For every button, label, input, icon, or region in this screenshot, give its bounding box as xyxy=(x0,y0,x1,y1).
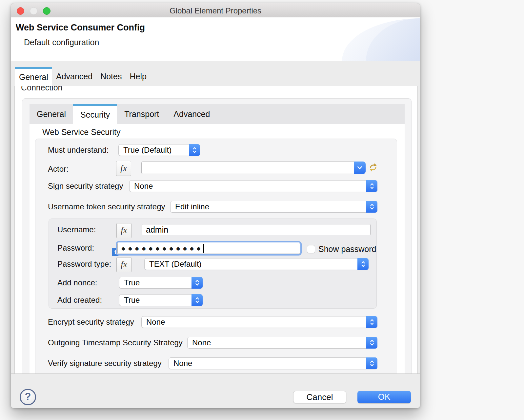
add-created-select[interactable]: True xyxy=(119,294,203,306)
fx-icon: fx xyxy=(120,163,127,173)
username-token-strategy-value: Edit inline xyxy=(171,201,366,212)
dialog-subtitle: Default configuration xyxy=(24,38,99,47)
chevron-up-down-icon xyxy=(366,316,377,328)
header-decoration-arc-inner xyxy=(366,18,420,61)
actor-label: Actor: xyxy=(48,163,69,175)
username-token-strategy-label: Username token security strategy xyxy=(48,201,165,213)
username-input[interactable]: admin xyxy=(142,224,371,235)
fx-icon: fx xyxy=(121,225,127,235)
username-token-strategy-select[interactable]: Edit inline xyxy=(170,201,377,213)
chevron-up-down-icon xyxy=(366,357,377,369)
refresh-icon[interactable] xyxy=(368,162,378,172)
tab-advanced[interactable]: Advanced xyxy=(52,67,96,86)
tab-connection-general[interactable]: General xyxy=(30,104,73,124)
tab-help[interactable]: Help xyxy=(126,67,150,86)
outgoing-timestamp-strategy-select[interactable]: None xyxy=(187,337,377,349)
must-understand-select[interactable]: True (Default) xyxy=(118,144,200,156)
window-titlebar: Global Element Properties xyxy=(11,3,420,17)
add-created-label: Add created: xyxy=(57,294,102,306)
encrypt-strategy-value: None xyxy=(142,316,366,328)
connection-tab-bar: General Security Transport Advanced xyxy=(30,104,405,124)
dialog-body: General Advanced Notes Help Connection G… xyxy=(11,61,420,373)
chevron-up-down-icon xyxy=(189,144,200,156)
show-password-checkbox[interactable] xyxy=(307,245,315,253)
encrypt-strategy-label: Encrypt security strategy xyxy=(48,316,134,328)
password-type-select[interactable]: TEXT (Default) xyxy=(144,258,369,270)
chevron-up-down-icon xyxy=(366,180,377,192)
username-fx-button[interactable]: fx xyxy=(116,223,131,238)
chevron-up-down-icon xyxy=(191,294,203,306)
window-title: Global Element Properties xyxy=(11,3,420,17)
help-button[interactable]: ? xyxy=(20,389,36,405)
scrollable-content-area[interactable]: Connection General Security Transport Ad… xyxy=(14,86,418,373)
must-understand-label: Must understand: xyxy=(48,144,109,156)
tab-connection-security[interactable]: Security xyxy=(73,104,117,124)
text-cursor xyxy=(203,244,204,253)
security-tab-content: Web Service Security Must understand: Tr… xyxy=(30,124,405,373)
username-token-panel: Username: fx admin Password: i ●●●●●●●●●… xyxy=(49,219,377,309)
dialog-window: Global Element Properties Web Service Co… xyxy=(11,3,420,408)
password-input[interactable]: ●●●●●●●●●●●● xyxy=(117,243,300,254)
dialog-footer: ? Cancel OK xyxy=(11,373,420,408)
password-field-focus-ring: ●●●●●●●●●●●● xyxy=(116,241,302,256)
web-service-security-title: Web Service Security xyxy=(42,127,121,137)
help-icon: ? xyxy=(25,391,31,402)
username-label: Username: xyxy=(57,224,96,236)
chevron-down-icon xyxy=(354,162,366,174)
chevron-up-down-icon xyxy=(366,337,377,349)
encrypt-strategy-select[interactable]: None xyxy=(141,316,377,328)
outer-tab-bar: General Advanced Notes Help xyxy=(15,67,151,86)
chevron-up-down-icon xyxy=(366,201,377,213)
fx-icon: fx xyxy=(121,259,127,269)
outgoing-timestamp-strategy-label: Outgoing Timestamp Security Strategy xyxy=(48,337,183,349)
sign-strategy-label: Sign security strategy xyxy=(48,180,123,192)
tab-notes[interactable]: Notes xyxy=(96,67,126,86)
outgoing-timestamp-strategy-value: None xyxy=(188,337,366,348)
password-type-label: Password type: xyxy=(57,258,111,270)
password-masked-value: ●●●●●●●●●●●● xyxy=(121,245,203,252)
tab-connection-transport[interactable]: Transport xyxy=(117,104,166,124)
add-nonce-value: True xyxy=(119,277,191,288)
add-nonce-label: Add nonce: xyxy=(57,277,97,289)
add-created-value: True xyxy=(119,295,191,306)
tab-general[interactable]: General xyxy=(15,67,52,86)
ok-button[interactable]: OK xyxy=(357,391,411,403)
actor-fx-button[interactable]: fx xyxy=(116,161,131,176)
actor-combobox[interactable] xyxy=(141,162,366,174)
sign-strategy-select[interactable]: None xyxy=(129,180,377,192)
show-password-label: Show password xyxy=(318,243,376,255)
password-label: Password: xyxy=(57,242,94,254)
tab-connection-advanced[interactable]: Advanced xyxy=(166,104,217,124)
verify-signature-strategy-label: Verify signature security strategy xyxy=(48,357,162,369)
must-understand-value: True (Default) xyxy=(119,144,189,156)
cancel-button[interactable]: Cancel xyxy=(293,391,346,403)
web-service-security-group: Must understand: True (Default) Actor: f… xyxy=(35,139,397,373)
chevron-up-down-icon xyxy=(357,258,369,270)
password-type-fx-button[interactable]: fx xyxy=(116,257,131,272)
dialog-header: Web Service Consumer Config Default conf… xyxy=(11,17,420,61)
password-type-value: TEXT (Default) xyxy=(145,258,357,270)
verify-signature-strategy-value: None xyxy=(169,358,366,369)
sign-strategy-value: None xyxy=(130,181,366,192)
verify-signature-strategy-select[interactable]: None xyxy=(169,357,377,369)
dialog-title: Web Service Consumer Config xyxy=(16,23,145,33)
chevron-up-down-icon xyxy=(191,277,203,289)
add-nonce-select[interactable]: True xyxy=(119,277,203,289)
connection-section-label: Connection xyxy=(21,86,62,92)
actor-input[interactable] xyxy=(141,162,354,174)
connection-group-box: General Security Transport Advanced Web … xyxy=(22,98,412,373)
